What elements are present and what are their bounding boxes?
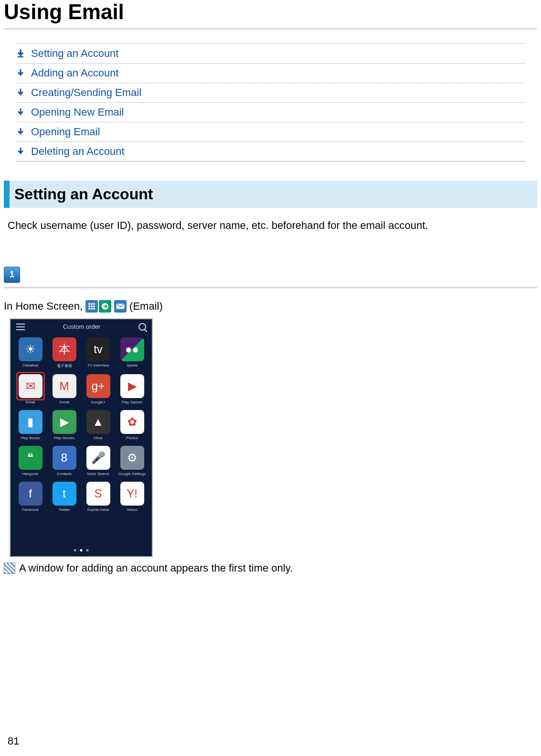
app-icon: ⚙Google Settings xyxy=(117,446,147,476)
step-number: 1 xyxy=(10,270,14,280)
arrow-down-icon xyxy=(16,49,25,58)
apps-grid-icon xyxy=(85,300,98,313)
app-icon: ✉Email xyxy=(15,374,45,404)
page-number: 81 xyxy=(8,735,19,747)
toc-item-opening-email[interactable]: Opening Email xyxy=(16,122,525,141)
toc-label: Opening Email xyxy=(31,126,100,138)
svg-point-5 xyxy=(93,305,95,307)
toc-item-opening-new[interactable]: Opening New Email xyxy=(16,102,525,122)
search-icon xyxy=(138,323,146,331)
arrow-circle-icon xyxy=(99,300,111,313)
app-icon: 本電子書籍 xyxy=(49,337,79,368)
step-1-instruction: In Home Screen, (Email) xyxy=(4,300,537,313)
apps-icon-group xyxy=(85,300,111,313)
app-icon: ▲Drive xyxy=(83,410,113,440)
app-icon: g+Google+ xyxy=(83,374,113,404)
app-icon: SSophia Kana xyxy=(83,482,113,512)
toc-label: Opening New Email xyxy=(31,106,124,119)
toc-item-deleting-account[interactable]: Deleting an Account xyxy=(16,141,525,161)
app-icon: ❝Hangouts xyxy=(15,446,45,476)
toc-item-setting-account[interactable]: Setting an Account xyxy=(16,43,525,63)
arrow-down-icon xyxy=(16,108,25,117)
svg-point-8 xyxy=(93,308,95,310)
arrow-down-icon xyxy=(16,147,25,156)
section-heading-wrap: Setting an Account xyxy=(4,181,537,208)
screenshot-app-grid: ☀1Weather本電子書籍tvTV SideView●●Xperia✉Emai… xyxy=(11,335,152,515)
app-icon: ☀1Weather xyxy=(15,337,45,368)
app-icon: ▶Play Games xyxy=(117,374,147,404)
svg-point-6 xyxy=(88,308,90,310)
toc-label: Setting an Account xyxy=(31,47,118,60)
toc-label: Adding an Account xyxy=(31,67,118,79)
svg-point-7 xyxy=(91,308,93,310)
phone-screenshot: Custom order ☀1Weather本電子書籍tvTV SideView… xyxy=(10,318,153,557)
app-icon: ●●Xperia xyxy=(117,337,147,368)
app-icon: Y!Yahoo xyxy=(117,482,147,512)
screenshot-topbar: Custom order xyxy=(11,319,152,335)
page-indicator xyxy=(74,549,89,551)
step-1-result: A window for adding an account appears t… xyxy=(4,562,537,574)
title-divider xyxy=(4,29,537,29)
app-icon: ✿Photos xyxy=(117,410,147,440)
instruction-prefix: In Home Screen, xyxy=(4,300,83,313)
section-intro-text: Check username (user ID), password, serv… xyxy=(8,218,533,233)
step-divider xyxy=(4,287,537,289)
toc-label: Deleting an Account xyxy=(31,145,125,158)
app-icon: 8Contacts xyxy=(49,446,79,476)
page-title: Using Email xyxy=(4,0,537,24)
app-icon: fFacebook xyxy=(15,482,45,512)
svg-point-2 xyxy=(93,303,95,305)
arrow-down-icon xyxy=(16,68,25,78)
toc-item-creating-sending[interactable]: Creating/Sending Email xyxy=(16,83,525,102)
app-icon: tvTV SideView xyxy=(83,337,113,368)
app-icon: ▮Play Books xyxy=(15,410,45,440)
instruction-suffix: (Email) xyxy=(129,300,163,313)
app-icon: 🎤Voice Search xyxy=(83,446,113,476)
section-heading: Setting an Account xyxy=(4,181,537,208)
app-icon: MGmail xyxy=(49,374,79,404)
result-text: A window for adding an account appears t… xyxy=(19,562,293,574)
result-icon xyxy=(4,562,15,574)
svg-point-0 xyxy=(88,303,90,305)
svg-point-1 xyxy=(91,303,93,305)
svg-point-3 xyxy=(88,305,90,307)
arrow-down-icon xyxy=(16,127,25,137)
arrow-down-icon xyxy=(16,88,25,97)
toc-item-adding-account[interactable]: Adding an Account xyxy=(16,63,525,83)
step-1-badge: 1 xyxy=(4,267,20,283)
envelope-icon xyxy=(114,300,127,313)
screenshot-top-label: Custom order xyxy=(63,323,101,330)
svg-point-4 xyxy=(91,305,93,307)
hamburger-icon xyxy=(16,324,25,330)
toc-label: Creating/Sending Email xyxy=(31,86,141,99)
app-icon: tTwitter xyxy=(49,482,79,512)
table-of-contents: Setting an Account Adding an Account Cre… xyxy=(16,43,525,162)
app-icon: ▶Play Movies xyxy=(49,410,79,440)
